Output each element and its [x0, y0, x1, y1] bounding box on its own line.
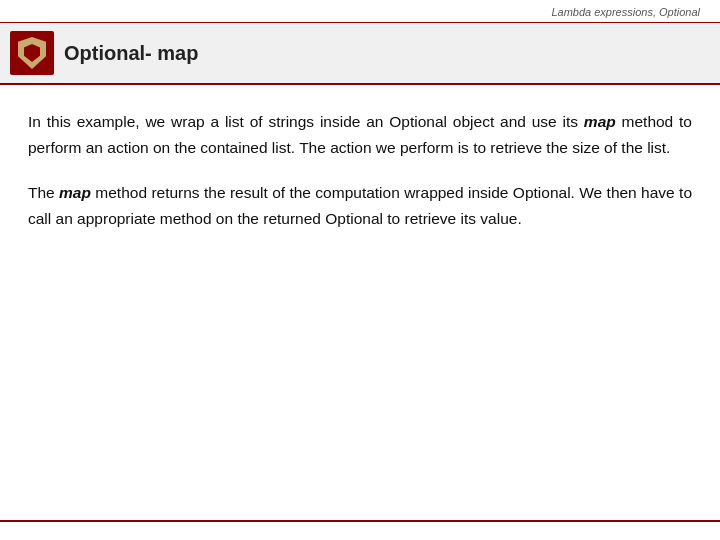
page-title: Optional- map: [64, 42, 198, 65]
content-area: In this example, we wrap a list of strin…: [0, 85, 720, 540]
logo-box: [10, 31, 54, 75]
map-keyword-2: map: [59, 184, 91, 201]
bottom-line: [0, 520, 720, 522]
logo-icon: [18, 37, 46, 69]
slide-container: Lambda expressions, Optional Optional- m…: [0, 0, 720, 540]
top-bar: Lambda expressions, Optional: [0, 0, 720, 23]
paragraph-2: The map method returns the result of the…: [28, 180, 692, 231]
paragraph-1: In this example, we wrap a list of strin…: [28, 109, 692, 160]
top-label: Lambda expressions, Optional: [551, 6, 700, 18]
map-keyword-1: map: [584, 113, 616, 130]
header-row: Optional- map: [0, 23, 720, 85]
